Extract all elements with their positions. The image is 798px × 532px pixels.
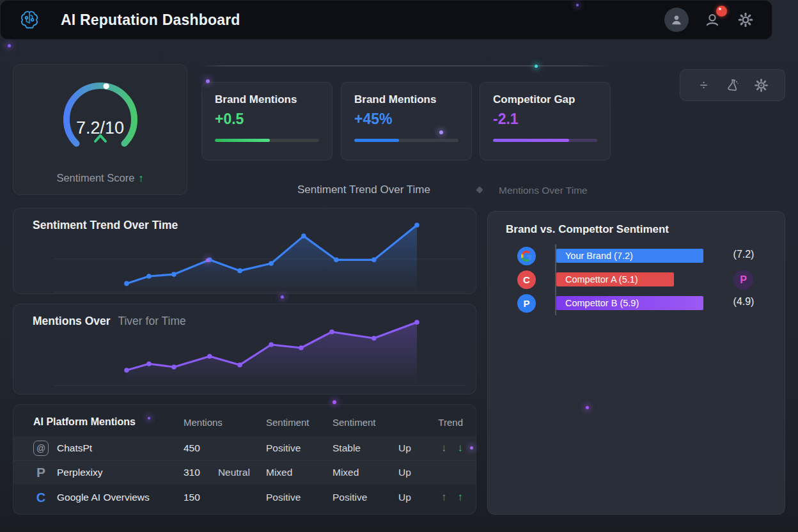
kpi-title: Competitor Gap xyxy=(493,93,575,106)
panel-title: Brand vs. Compettor Sentiment xyxy=(506,223,669,236)
chart-title: Sentiment Trend Over Time xyxy=(33,219,178,232)
glow-particle xyxy=(281,295,284,299)
table-row-perplexixy[interactable]: P Perplexixy 310Neutral Mixed Mixed Up xyxy=(13,460,476,484)
kpi-progress-fill xyxy=(215,139,270,142)
notification-badge xyxy=(716,6,727,17)
kpi-card-brand-mentions-2[interactable]: Brand Mentions +45% xyxy=(341,82,472,160)
sentiment-score-label: Sentiment Score↑ xyxy=(13,172,187,184)
comparison-row-competitor-a: C Compettor A (5.1) P xyxy=(488,270,785,290)
dashboard-root: AI Reputation Dashboard xyxy=(0,0,798,532)
chatgpt-icon: @ xyxy=(33,441,49,456)
gear-icon[interactable] xyxy=(753,77,770,93)
brand-vs-competitor-panel: Brand vs. Compettor Sentiment Your Brand… xyxy=(487,211,785,515)
column-header-sentiment-2[interactable]: Sentiment xyxy=(332,417,398,428)
page-title: AI Reputation Dashboard xyxy=(61,12,240,29)
table-header-row: AI Platform Mentions Mentions Sentiment … xyxy=(13,411,476,433)
kpi-value: +0.5 xyxy=(215,111,244,128)
sentiment-score-card: 7.2/10 Sentiment Score↑ xyxy=(13,64,187,195)
competitor-a-icon: C xyxy=(517,270,536,289)
divider-line xyxy=(201,65,608,66)
trend-up-green-icon: ↑ xyxy=(458,491,464,504)
google-c-icon: C xyxy=(33,490,49,505)
column-header-mentions[interactable]: Mentions xyxy=(184,417,266,428)
trend-up-icon: ↑ xyxy=(441,491,447,504)
competitor-a-bar[interactable]: Compettor A (5.1) xyxy=(556,272,674,286)
comparison-row-your-brand: Your Brand (7.2) (7.2) xyxy=(488,247,785,266)
kpi-value: -2.1 xyxy=(493,111,519,128)
google-logo-icon xyxy=(517,247,536,265)
trend-down-green-icon: ↓ xyxy=(458,442,464,455)
sentiment-trend-chart-card: Sentiment Trend Over Time xyxy=(13,208,476,294)
sentiment-score-value: 7.2/10 xyxy=(13,118,187,138)
avatar[interactable] xyxy=(664,8,689,32)
bar-right-value: (7.2) xyxy=(717,249,771,260)
glow-particle xyxy=(8,44,11,47)
your-brand-bar[interactable]: Your Brand (7.2) xyxy=(556,249,703,263)
bar-right-value: (4.9) xyxy=(717,296,771,308)
table-row-chatspt[interactable]: @ ChatsPt 450 Positive Stable Up ↓ ↓ xyxy=(13,436,476,460)
comparison-row-competitor-b: P Compettor B (5.9) (4.9) xyxy=(488,294,785,313)
settings-gear-icon[interactable] xyxy=(736,10,755,29)
divide-icon[interactable]: ÷ xyxy=(696,77,712,93)
kpi-card-competitor-gap[interactable]: Competitor Gap -2.1 xyxy=(480,82,611,160)
tab-separator-diamond xyxy=(476,186,483,193)
table-title: AI Platform Mentions xyxy=(33,416,184,428)
sentiment-gauge xyxy=(57,79,144,157)
kpi-card-brand-mentions-1[interactable]: Brand Mentions +0.5 xyxy=(201,82,332,160)
tab-sentiment-trend[interactable]: Sentiment Trend Over Time xyxy=(297,184,430,196)
column-header-sentiment[interactable]: Sentiment xyxy=(266,417,332,428)
chart-title: Mentions Over Tiver for Time xyxy=(33,315,186,328)
kpi-progress-track xyxy=(354,139,458,142)
kpi-progress-fill xyxy=(493,139,569,142)
kpi-title: Brand Mentions xyxy=(354,93,436,106)
perplexity-badge-icon: P xyxy=(733,270,753,290)
flask-icon[interactable] xyxy=(724,77,741,93)
column-header-trend[interactable]: Trend xyxy=(435,417,463,428)
notifications-icon[interactable] xyxy=(703,10,722,29)
ai-platform-mentions-table: AI Platform Mentions Mentions Sentiment … xyxy=(13,404,476,515)
brain-logo-icon xyxy=(16,6,43,33)
kpi-progress-track xyxy=(215,139,319,142)
kpi-title: Brand Mentions xyxy=(215,93,297,106)
chart-toolbar: ÷ xyxy=(680,69,785,101)
app-header: AI Reputation Dashboard xyxy=(0,0,772,40)
kpi-progress-fill xyxy=(354,139,399,142)
perplexity-icon: P xyxy=(33,465,49,480)
competitor-b-bar[interactable]: Compettor B (5.9) xyxy=(556,296,703,310)
competitor-b-icon: P xyxy=(517,294,536,313)
trend-down-icon: ↓ xyxy=(441,442,447,455)
table-row-google-ai-overviews[interactable]: C Google AI Overviews 150 Positive Posit… xyxy=(13,485,476,510)
kpi-progress-track xyxy=(493,139,597,142)
tab-mentions-over-time[interactable]: Mentions Over Time xyxy=(499,185,588,196)
mentions-chart-card: Mentions Over Tiver for Time xyxy=(13,304,476,395)
up-arrow-icon: ↑ xyxy=(138,172,143,184)
kpi-value: +45% xyxy=(354,111,392,128)
